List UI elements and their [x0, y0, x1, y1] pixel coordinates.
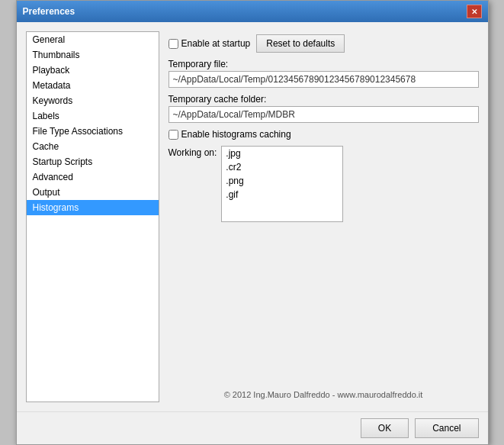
copyright-text: © 2012 Ing.Mauro Dalfreddo - www.mauroda… — [169, 375, 479, 399]
title-bar-controls: ✕ — [467, 5, 482, 18]
preferences-window: Preferences ✕ GeneralThumbnailsPlaybackM… — [16, 0, 489, 445]
temporary-file-section: Temporary file: — [169, 59, 479, 88]
sidebar-item-metadata[interactable]: Metadata — [27, 78, 159, 93]
enable-histograms-caching-checkbox[interactable] — [169, 130, 178, 140]
working-on-section: Working on: .jpg.cr2.png.gif — [169, 146, 479, 222]
enable-histograms-caching-label[interactable]: Enable histograms caching — [169, 129, 291, 140]
sidebar-item-file-type-associations[interactable]: File Type Associations — [27, 124, 159, 139]
close-button[interactable]: ✕ — [467, 5, 482, 18]
sidebar-item-histograms[interactable]: Histograms — [27, 200, 159, 215]
working-on-listbox[interactable]: .jpg.cr2.png.gif — [221, 146, 343, 222]
sidebar-item-startup-scripts[interactable]: Startup Scripts — [27, 154, 159, 169]
sidebar-item-output[interactable]: Output — [27, 185, 159, 200]
enable-at-startup-label[interactable]: Enable at startup — [169, 38, 251, 49]
title-bar: Preferences ✕ — [17, 1, 488, 22]
histograms-caching-row: Enable histograms caching — [169, 129, 479, 140]
sidebar-item-thumbnails[interactable]: Thumbnails — [27, 47, 159, 63]
main-panel: Enable at startup Reset to defaults Temp… — [169, 31, 479, 402]
sidebar-item-general[interactable]: General — [27, 32, 159, 47]
sidebar-item-keywords[interactable]: Keywords — [27, 93, 159, 108]
content-area: GeneralThumbnailsPlaybackMetadataKeyword… — [17, 22, 488, 411]
working-on-label: Working on: — [169, 146, 217, 158]
dialog-footer: OK Cancel — [17, 411, 488, 444]
window-title: Preferences — [23, 6, 75, 17]
enable-at-startup-checkbox[interactable] — [169, 39, 178, 49]
enable-at-startup-text: Enable at startup — [181, 38, 251, 49]
sidebar-item-advanced[interactable]: Advanced — [27, 169, 159, 185]
cancel-button[interactable]: Cancel — [415, 418, 478, 438]
ok-button[interactable]: OK — [361, 418, 409, 438]
listbox-item[interactable]: .gif — [222, 188, 342, 202]
listbox-item[interactable]: .png — [222, 174, 342, 188]
enable-histograms-caching-text: Enable histograms caching — [181, 129, 291, 140]
startup-row: Enable at startup Reset to defaults — [169, 34, 479, 53]
temporary-cache-input[interactable] — [169, 106, 479, 123]
sidebar-item-labels[interactable]: Labels — [27, 108, 159, 124]
temporary-file-label: Temporary file: — [169, 59, 479, 69]
listbox-item[interactable]: .cr2 — [222, 160, 342, 174]
sidebar-item-playback[interactable]: Playback — [27, 63, 159, 78]
temporary-cache-section: Temporary cache folder: — [169, 94, 479, 123]
sidebar: GeneralThumbnailsPlaybackMetadataKeyword… — [26, 31, 159, 402]
reset-to-defaults-button[interactable]: Reset to defaults — [256, 34, 345, 53]
temporary-cache-label: Temporary cache folder: — [169, 94, 479, 105]
sidebar-item-cache[interactable]: Cache — [27, 139, 159, 154]
temporary-file-input[interactable] — [169, 71, 479, 88]
listbox-item[interactable]: .jpg — [222, 147, 342, 160]
